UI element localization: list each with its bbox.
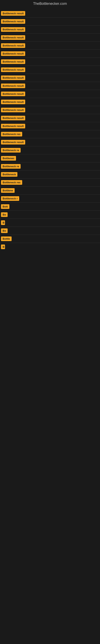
- bottleneck-badge[interactable]: Bott: [1, 204, 9, 209]
- separator: [0, 218, 100, 219]
- site-title: TheBottlenecker.com: [0, 0, 100, 8]
- bottleneck-item: Bottle: [1, 236, 99, 241]
- separator: [0, 17, 100, 18]
- separator: [0, 25, 100, 26]
- bottleneck-item: Bottleneck res: [1, 180, 99, 185]
- bottleneck-item: Bottleneck result: [1, 11, 99, 16]
- bottleneck-badge[interactable]: Bottleneck result: [1, 68, 25, 72]
- bottom-area: [0, 253, 100, 394]
- bottleneck-item: Bo: [1, 212, 99, 217]
- bottleneck-item: Bottleneck result: [1, 59, 99, 64]
- bottleneck-list: Bottleneck resultBottleneck resultBottle…: [0, 8, 100, 253]
- bottleneck-badge[interactable]: Bottleneck re: [1, 148, 21, 152]
- bottleneck-badge[interactable]: Bottleneck res: [1, 132, 22, 136]
- bottleneck-item: Bottleneck result: [1, 100, 99, 104]
- bottleneck-item: Bottleneck result: [1, 35, 99, 40]
- bottleneck-badge[interactable]: Bottleneck: [1, 172, 17, 177]
- bottleneck-badge[interactable]: Bottleneck result: [1, 51, 25, 56]
- separator: [0, 90, 100, 90]
- separator: [0, 122, 100, 122]
- bottleneck-badge[interactable]: Bottleneck res: [1, 180, 22, 185]
- bottleneck-item: Bottlene: [1, 188, 99, 193]
- separator: [0, 162, 100, 162]
- bottleneck-item: Bottleneck result: [1, 51, 99, 56]
- bottleneck-badge[interactable]: Bottleneck result: [1, 140, 25, 144]
- bottleneck-item: Bottleneck r: [1, 196, 99, 201]
- separator: [0, 82, 100, 82]
- separator: [0, 98, 100, 98]
- bottleneck-badge[interactable]: Bottleneck result: [1, 19, 25, 24]
- bottleneck-item: Bo: [1, 228, 99, 233]
- separator: [0, 243, 100, 243]
- bottleneck-item: Bottleneck re: [1, 164, 99, 169]
- bottleneck-item: B: [1, 244, 99, 249]
- bottleneck-item: Bottleneck result: [1, 27, 99, 32]
- bottleneck-badge[interactable]: Bo: [1, 228, 8, 233]
- separator: [0, 178, 100, 178]
- bottleneck-item: Bottleneck res: [1, 132, 99, 136]
- bottleneck-badge[interactable]: Bottleneck result: [1, 92, 25, 96]
- bottleneck-item: Bottleneck result: [1, 108, 99, 112]
- bottleneck-item: Bott: [1, 204, 99, 209]
- bottleneck-item: Bottleneck result: [1, 76, 99, 80]
- bottleneck-badge[interactable]: Bottleneck re: [1, 164, 21, 169]
- bottleneck-badge[interactable]: Bottleneck result: [1, 76, 25, 80]
- bottleneck-badge[interactable]: Bottleneck result: [1, 35, 25, 40]
- separator: [0, 202, 100, 203]
- bottleneck-badge[interactable]: Bottleneck result: [1, 100, 25, 104]
- bottleneck-badge[interactable]: Bottleneck result: [1, 84, 25, 88]
- separator: [0, 42, 100, 42]
- separator: [0, 226, 100, 227]
- separator: [0, 50, 100, 50]
- bottleneck-item: Bottleneck result: [1, 140, 99, 144]
- bottleneck-item: Bottleneck result: [1, 92, 99, 96]
- separator: [0, 186, 100, 186]
- bottleneck-item: B: [1, 220, 99, 225]
- bottleneck-item: Bottleneck result: [1, 68, 99, 72]
- bottleneck-badge[interactable]: Bottleneck result: [1, 59, 25, 64]
- bottleneck-item: Bottleneck result: [1, 19, 99, 24]
- bottleneck-badge[interactable]: Bottleneck result: [1, 108, 25, 112]
- bottleneck-badge[interactable]: Bottlenec: [1, 156, 16, 160]
- bottleneck-item: Bottleneck result: [1, 43, 99, 48]
- bottleneck-badge[interactable]: B: [1, 220, 5, 225]
- bottleneck-badge[interactable]: Bottleneck result: [1, 124, 25, 128]
- bottleneck-badge[interactable]: Bottleneck result: [1, 27, 25, 32]
- separator: [0, 58, 100, 58]
- bottleneck-badge[interactable]: Bottleneck result: [1, 116, 25, 120]
- bottleneck-badge[interactable]: Bottleneck result: [1, 11, 25, 16]
- separator: [0, 130, 100, 130]
- bottleneck-badge[interactable]: Bo: [1, 212, 8, 217]
- bottleneck-badge[interactable]: Bottle: [1, 236, 12, 241]
- separator: [0, 146, 100, 146]
- bottleneck-badge[interactable]: Bottlene: [1, 188, 15, 193]
- bottleneck-badge[interactable]: B: [1, 244, 5, 249]
- separator: [0, 170, 100, 170]
- bottleneck-badge[interactable]: Bottleneck result: [1, 43, 25, 48]
- bottleneck-item: Bottleneck result: [1, 116, 99, 120]
- bottleneck-item: Bottleneck: [1, 172, 99, 177]
- bottleneck-item: Bottlenec: [1, 156, 99, 160]
- separator: [0, 66, 100, 66]
- bottleneck-badge[interactable]: Bottleneck r: [1, 196, 19, 201]
- separator: [0, 210, 100, 211]
- bottleneck-item: Bottleneck re: [1, 148, 99, 152]
- separator: [0, 106, 100, 106]
- bottleneck-item: Bottleneck result: [1, 124, 99, 128]
- bottleneck-item: Bottleneck result: [1, 84, 99, 88]
- separator: [0, 138, 100, 138]
